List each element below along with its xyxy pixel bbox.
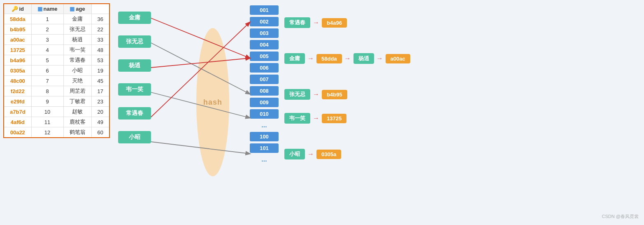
cell-num: 4 xyxy=(31,45,63,55)
cell-name: 杨逍 xyxy=(63,35,91,45)
chain-box: 韦一笑 xyxy=(284,113,310,124)
cell-id: b4b95 xyxy=(4,24,31,35)
cell-age: 60 xyxy=(91,127,109,138)
chain-arrow-icon: → xyxy=(307,150,314,158)
left-name-node: 杨逍 xyxy=(118,59,151,72)
col-age-header: ▦age xyxy=(63,4,91,14)
cell-id: 0305a xyxy=(4,66,31,76)
bucket-item: 008 xyxy=(250,86,279,96)
cell-id: 00a22 xyxy=(4,127,31,138)
cell-name: 赵敏 xyxy=(63,107,91,117)
table-row: a00ac 3 杨逍 33 xyxy=(4,35,109,45)
cell-num: 5 xyxy=(31,55,63,66)
cell-id: 4af6d xyxy=(4,117,31,127)
table-row: 00a22 12 鹤笔翁 60 xyxy=(4,127,109,138)
bucket-item: 007 xyxy=(250,75,279,84)
chain-box: 58dda xyxy=(316,54,342,63)
cell-num: 7 xyxy=(31,76,63,86)
left-name-node: 张无忌 xyxy=(118,35,151,48)
cell-age: 53 xyxy=(91,55,109,66)
cell-name: 张无忌 xyxy=(63,24,91,35)
bucket-item: 001 xyxy=(250,5,279,15)
cell-id: 48c00 xyxy=(4,76,31,86)
col-name-header: ▦name xyxy=(31,4,63,14)
grid-icon-name: ▦ xyxy=(37,6,42,12)
data-table: 🔑id ▦name ▦age 58dda 1 金庸 36 b4b95 2 张无忌… xyxy=(3,3,110,138)
hash-oval: hash xyxy=(196,28,229,176)
bucket-item: 100 xyxy=(250,132,279,141)
watermark: CSDN @春风霓裳 xyxy=(602,213,639,220)
cell-name: 小昭 xyxy=(63,66,91,76)
cell-age: 36 xyxy=(91,14,109,24)
cell-id: a7b7d xyxy=(4,107,31,117)
table-row: e29fd 9 丁敏君 23 xyxy=(4,96,109,107)
cell-age: 17 xyxy=(91,86,109,96)
cell-name: 丁敏君 xyxy=(63,96,91,107)
table-row: f2d22 8 周芷若 17 xyxy=(4,86,109,96)
cell-id: f2d22 xyxy=(4,86,31,96)
table-row: 0305a 6 小昭 19 xyxy=(4,66,109,76)
bucket-item: 002 xyxy=(250,17,279,26)
chain-box: 小昭 xyxy=(284,149,305,159)
left-name-nodes: 金庸张无忌杨逍韦一笑常遇春小昭 xyxy=(118,12,151,143)
cell-name: 鹿杖客 xyxy=(63,117,91,127)
chain-arrow-icon: → xyxy=(313,19,319,26)
bucket-item: 006 xyxy=(250,63,279,73)
chain-box: b4b95 xyxy=(322,90,347,99)
left-name-node: 金庸 xyxy=(118,12,151,24)
cell-age: 45 xyxy=(91,76,109,86)
cell-name: 周芷若 xyxy=(63,86,91,96)
cell-id: e29fd xyxy=(4,96,31,107)
left-name-node: 韦一笑 xyxy=(118,83,151,96)
cell-num: 10 xyxy=(31,107,63,117)
bucket-dots: ... xyxy=(250,121,279,130)
cell-name: 灭绝 xyxy=(63,76,91,86)
hash-diagram: 金庸张无忌杨逍韦一笑常遇春小昭 hash 0010020030040050060… xyxy=(118,3,641,222)
chain-row: 小昭→0305a xyxy=(284,149,341,159)
cell-num: 11 xyxy=(31,117,63,127)
chain-row: 张无忌→b4b95 xyxy=(284,89,347,100)
col-id-header: 🔑id xyxy=(4,4,31,14)
cell-name: 鹤笔翁 xyxy=(63,127,91,138)
chain-box: 张无忌 xyxy=(284,89,310,100)
bucket-item: 009 xyxy=(250,98,279,107)
bucket-list: 001002003004005006007008009010...100101.… xyxy=(250,5,279,164)
cell-age: 23 xyxy=(91,96,109,107)
chain-box: 金庸 xyxy=(284,53,305,64)
table-row: 58dda 1 金庸 36 xyxy=(4,14,109,24)
cell-num: 6 xyxy=(31,66,63,76)
chain-arrow-icon: → xyxy=(377,55,383,62)
table-row: a7b7d 10 赵敏 20 xyxy=(4,107,109,117)
chain-box: a00ac xyxy=(386,54,410,63)
chain-arrow-icon: → xyxy=(313,91,319,98)
chain-row: 常遇春→b4a96 xyxy=(284,17,347,28)
cell-age: 49 xyxy=(91,117,109,127)
cell-num: 12 xyxy=(31,127,63,138)
cell-name: 常遇春 xyxy=(63,55,91,66)
bucket-item: 010 xyxy=(250,109,279,119)
bucket-item: 101 xyxy=(250,143,279,153)
cell-num: 8 xyxy=(31,86,63,96)
cell-age: 33 xyxy=(91,35,109,45)
chain-arrow-icon: → xyxy=(307,55,314,62)
table-row: 48c00 7 灭绝 45 xyxy=(4,76,109,86)
cell-age: 19 xyxy=(91,66,109,76)
chain-row: 韦一笑→13725 xyxy=(284,113,346,124)
chain-box: 常遇春 xyxy=(284,17,310,28)
cell-id: b4a96 xyxy=(4,55,31,66)
table-row: b4b95 2 张无忌 22 xyxy=(4,24,109,35)
chain-box: 13725 xyxy=(322,114,346,123)
chain-arrow-icon: → xyxy=(313,115,319,122)
chain-box: 杨逍 xyxy=(353,53,374,64)
chain-row: 金庸→58dda→杨逍→a00ac xyxy=(284,53,410,64)
cell-name: 金庸 xyxy=(63,14,91,24)
cell-id: a00ac xyxy=(4,35,31,45)
bucket-dots: ... xyxy=(250,155,279,164)
left-name-node: 常遇春 xyxy=(118,107,151,120)
cell-num: 2 xyxy=(31,24,63,35)
cell-num: 1 xyxy=(31,14,63,24)
left-name-node: 小昭 xyxy=(118,131,151,143)
chain-arrow-icon: → xyxy=(344,55,351,62)
table-row: 13725 4 韦一笑 48 xyxy=(4,45,109,55)
bucket-item: 004 xyxy=(250,40,279,49)
